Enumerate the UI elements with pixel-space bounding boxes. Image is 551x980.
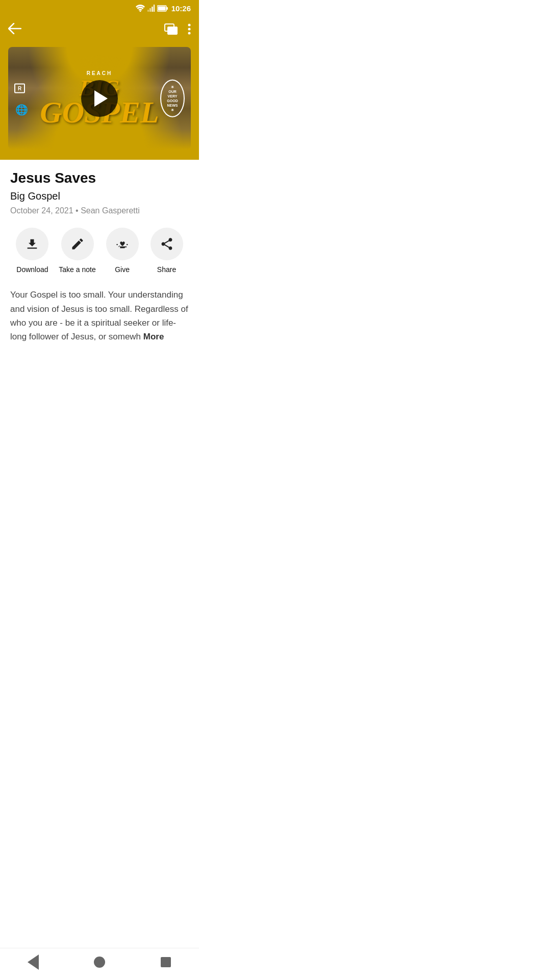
sermon-title: Jesus Saves bbox=[10, 170, 189, 186]
globe-icon: 🌐 bbox=[15, 104, 28, 116]
play-button[interactable] bbox=[81, 80, 118, 117]
battery-icon bbox=[157, 5, 168, 12]
svg-point-13 bbox=[188, 32, 191, 35]
share-icon bbox=[160, 237, 174, 251]
back-button[interactable] bbox=[8, 23, 21, 37]
svg-point-0 bbox=[139, 11, 141, 12]
svg-rect-2 bbox=[149, 8, 151, 12]
more-link[interactable]: More bbox=[143, 332, 164, 341]
svg-rect-1 bbox=[147, 10, 149, 12]
sermon-description: Your Gospel is too small. Your understan… bbox=[10, 288, 189, 344]
svg-rect-9 bbox=[168, 27, 177, 34]
give-action[interactable]: Give bbox=[105, 228, 140, 274]
oval-badge: ✳OURVERYGOODNEWS✳ bbox=[160, 79, 185, 117]
play-triangle-icon bbox=[94, 90, 108, 107]
svg-rect-7 bbox=[158, 6, 165, 10]
sermon-series: Big Gospel bbox=[10, 190, 189, 202]
video-thumbnail[interactable]: REACH BIG GOSPEL ✳OURVERYGOODNEWS✳ R 🌐 bbox=[8, 47, 191, 150]
svg-rect-4 bbox=[154, 5, 155, 12]
take-note-action[interactable]: Take a note bbox=[59, 228, 95, 274]
download-icon bbox=[25, 237, 39, 251]
download-action[interactable]: Download bbox=[14, 228, 50, 274]
give-label: Give bbox=[115, 265, 130, 274]
wifi-icon bbox=[136, 5, 145, 12]
more-options-button[interactable] bbox=[188, 23, 191, 37]
chat-button[interactable] bbox=[164, 23, 178, 37]
status-bar: 10:26 bbox=[0, 0, 199, 16]
svg-point-12 bbox=[188, 28, 191, 31]
content-area: Jesus Saves Big Gospel October 24, 2021 … bbox=[0, 160, 199, 344]
share-circle bbox=[151, 228, 183, 260]
download-label: Download bbox=[16, 265, 48, 274]
r-badge: R bbox=[14, 83, 25, 93]
give-circle bbox=[106, 228, 139, 260]
action-buttons-row: Download Take a note Give bbox=[10, 228, 189, 274]
share-label: Share bbox=[157, 265, 176, 274]
take-note-circle bbox=[61, 228, 94, 260]
svg-rect-3 bbox=[152, 7, 153, 12]
status-icons bbox=[136, 5, 168, 12]
pencil-icon bbox=[70, 237, 85, 251]
svg-point-11 bbox=[188, 24, 191, 27]
share-action[interactable]: Share bbox=[149, 228, 185, 274]
take-note-label: Take a note bbox=[59, 265, 95, 274]
app-bar bbox=[0, 16, 199, 47]
sermon-meta: October 24, 2021 • Sean Gasperetti bbox=[10, 206, 189, 215]
time-display: 10:26 bbox=[171, 4, 191, 13]
svg-rect-6 bbox=[166, 7, 168, 10]
download-circle bbox=[16, 228, 48, 260]
video-container: REACH BIG GOSPEL ✳OURVERYGOODNEWS✳ R 🌐 bbox=[0, 47, 199, 160]
signal-icon bbox=[147, 5, 155, 12]
